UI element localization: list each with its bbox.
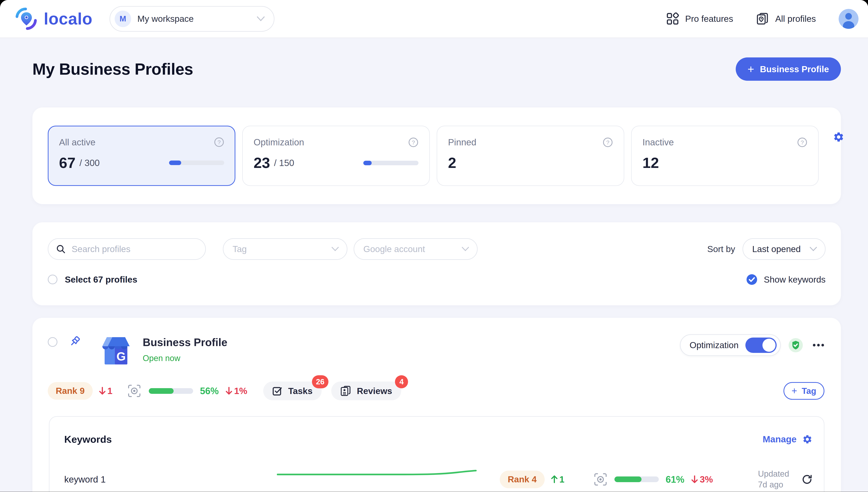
help-icon[interactable]: ?	[797, 137, 808, 147]
stat-label: Optimization	[254, 137, 304, 147]
stat-total: / 150	[274, 158, 294, 168]
sort-by-label: Sort by	[707, 244, 735, 254]
topnav: Pro features All profiles	[666, 9, 859, 29]
arrow-down-icon	[99, 387, 106, 395]
arrow-down-icon	[691, 475, 698, 484]
stat-label: Pinned	[448, 137, 476, 147]
tasks-count-badge: 26	[312, 375, 328, 388]
stat-total: / 300	[79, 158, 100, 168]
tasks-button[interactable]: Tasks 26	[263, 382, 322, 400]
business-profile-card: G Business Profile Open now Optimization	[32, 318, 841, 492]
nav-pro-features[interactable]: Pro features	[666, 13, 733, 25]
brand-logo[interactable]: localo	[15, 7, 93, 31]
refresh-icon[interactable]	[802, 474, 813, 485]
profile-stats-row: Rank 9 1	[48, 382, 824, 400]
help-icon[interactable]: ?	[408, 137, 419, 147]
chevron-down-icon	[331, 247, 339, 251]
keyword-percent: 61%	[666, 474, 684, 485]
manage-label: Manage	[763, 434, 797, 444]
main-content: My Business Profiles + Business Profile …	[0, 57, 868, 492]
google-account-select[interactable]: Google account	[354, 238, 478, 260]
svg-text:?: ?	[412, 139, 415, 145]
keywords-title: Keywords	[64, 434, 112, 445]
chevron-down-icon	[257, 16, 265, 21]
toggle-knob	[763, 339, 775, 352]
chevron-down-icon	[810, 247, 817, 251]
optimization-toggle[interactable]: Optimization	[680, 334, 780, 356]
more-menu-button[interactable]	[813, 343, 824, 347]
page-header: My Business Profiles + Business Profile	[32, 57, 841, 81]
nav-pro-features-label: Pro features	[685, 14, 733, 24]
open-status: Open now	[143, 354, 227, 363]
show-keywords-label: Show keywords	[764, 274, 825, 285]
tasks-label: Tasks	[288, 386, 313, 396]
topbar: localo M My workspace Pro features	[0, 0, 868, 38]
stat-card-optimization[interactable]: Optimization ? 23 / 150	[242, 126, 430, 186]
stat-card-pinned[interactable]: Pinned ? 2	[437, 126, 624, 186]
plus-icon: +	[748, 64, 754, 75]
manage-keywords-link[interactable]: Manage	[763, 434, 813, 444]
stat-value: 12	[643, 154, 659, 172]
search-profiles-input[interactable]	[48, 238, 206, 260]
show-keywords-toggle[interactable]: Show keywords	[746, 274, 825, 285]
visibility-percent: 56%	[200, 386, 219, 396]
user-avatar[interactable]	[839, 9, 859, 29]
verified-shield-icon	[789, 338, 803, 352]
tasks-icon	[272, 386, 282, 396]
reviews-label: Reviews	[357, 386, 392, 396]
arrow-up-icon	[551, 475, 558, 484]
search-input[interactable]	[71, 243, 197, 255]
profile-checkbox[interactable]	[48, 337, 57, 347]
google-business-icon: G	[100, 335, 132, 367]
pin-icon[interactable]	[68, 335, 81, 348]
select-profiles-label: Select 67 profiles	[65, 274, 138, 285]
stat-value: 23	[254, 154, 270, 172]
arrow-down-icon	[225, 387, 232, 395]
select-all-checkbox[interactable]	[48, 275, 57, 284]
keyword-change-down: 3%	[691, 474, 713, 485]
keyword-row[interactable]: keyword 1 Rank 4 1	[64, 466, 813, 492]
profile-name[interactable]: Business Profile	[143, 336, 227, 348]
stat-value: 2	[448, 154, 456, 172]
stats-panel: All active ? 67 / 300 Optimization	[32, 107, 841, 204]
workspace-selector[interactable]: M My workspace	[109, 6, 274, 32]
tag-filter-select[interactable]: Tag	[223, 238, 347, 260]
stat-label: Inactive	[643, 137, 674, 147]
stat-card-inactive[interactable]: Inactive ? 12	[631, 126, 819, 186]
add-business-profile-button[interactable]: + Business Profile	[736, 57, 841, 81]
visibility-icon	[594, 473, 607, 486]
help-icon[interactable]: ?	[214, 137, 224, 147]
profile-header: G Business Profile Open now Optimization	[48, 331, 824, 367]
gear-icon	[802, 434, 813, 444]
keywords-panel: Keywords Manage keyword 1 Rank 4	[49, 416, 824, 492]
search-icon	[56, 245, 66, 253]
keyword-progress-bar	[614, 476, 659, 482]
sort-value: Last opened	[752, 244, 801, 254]
add-tag-label: Tag	[802, 386, 816, 396]
reviews-icon	[340, 386, 351, 396]
sort-select[interactable]: Last opened	[743, 238, 825, 260]
google-account-placeholder: Google account	[363, 244, 425, 254]
visibility-progress-bar	[149, 388, 193, 394]
add-business-profile-label: Business Profile	[760, 64, 829, 74]
help-icon[interactable]: ?	[603, 137, 613, 147]
rank-trend-sparkline	[277, 469, 477, 476]
page-title: My Business Profiles	[32, 60, 193, 78]
stat-card-all-active[interactable]: All active ? 67 / 300	[48, 126, 235, 186]
rank-change-up: 1	[551, 474, 565, 485]
stats-settings-icon[interactable]	[833, 131, 844, 143]
check-circle-icon	[746, 274, 758, 285]
sort-group: Sort by Last opened	[707, 238, 825, 260]
workspace-label: My workspace	[138, 14, 194, 24]
nav-all-profiles[interactable]: All profiles	[756, 12, 816, 25]
select-row: Select 67 profiles Show keywords	[48, 274, 825, 285]
brand-name: localo	[44, 9, 93, 28]
reviews-button[interactable]: Reviews 4	[331, 382, 401, 400]
rank-badge: Rank 4	[500, 471, 545, 488]
add-tag-button[interactable]: + Tag	[784, 382, 824, 400]
plus-icon: +	[792, 386, 797, 396]
toggle-switch[interactable]	[745, 338, 777, 353]
workspace-initial-badge: M	[115, 10, 131, 27]
svg-text:?: ?	[606, 139, 610, 145]
filters-panel: Tag Google account Sort by Last opened	[32, 222, 841, 305]
